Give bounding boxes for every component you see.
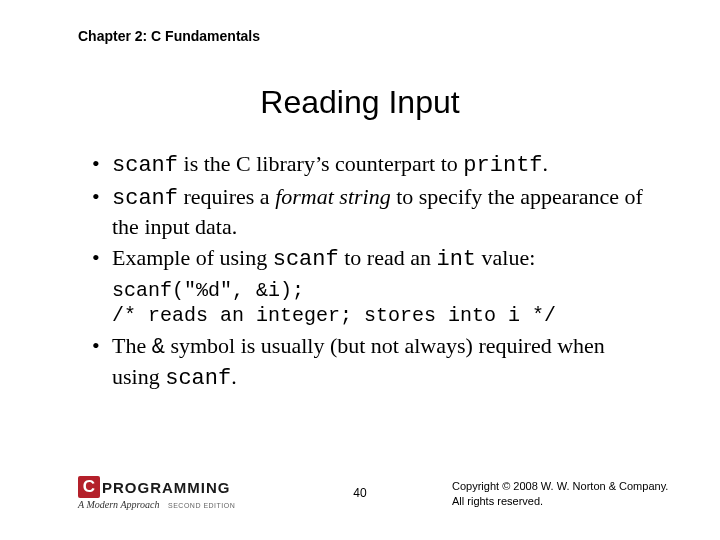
logo-word: PROGRAMMING	[102, 479, 231, 496]
slide-title: Reading Input	[0, 84, 720, 121]
logo-edition: SECOND EDITION	[168, 502, 235, 509]
bullet-icon: •	[92, 244, 112, 275]
logo-c-icon: C	[78, 476, 100, 498]
bullet-4: • The & symbol is usually (but not alway…	[92, 332, 652, 393]
copyright-line-2: All rights reserved.	[452, 494, 672, 508]
code-scanf: scanf	[112, 186, 178, 211]
bullet-icon: •	[92, 150, 112, 181]
slide: Chapter 2: C Fundamentals Reading Input …	[0, 0, 720, 540]
code-scanf: scanf	[165, 366, 231, 391]
code-ampersand: &	[152, 335, 165, 360]
emphasis-format-string: format string	[275, 184, 391, 209]
footer: C PROGRAMMING A Modern Approach SECOND E…	[78, 470, 642, 510]
slide-body: • scanf is the C library’s counterpart t…	[92, 150, 652, 396]
code-scanf: scanf	[273, 247, 339, 272]
book-logo: C PROGRAMMING A Modern Approach SECOND E…	[78, 476, 258, 510]
copyright: Copyright © 2008 W. W. Norton & Company.…	[452, 479, 672, 508]
page-number: 40	[353, 486, 366, 500]
copyright-line-1: Copyright © 2008 W. W. Norton & Company.	[452, 479, 672, 493]
bullet-icon: •	[92, 183, 112, 242]
logo-subtitle: A Modern Approach	[78, 499, 159, 510]
bullet-1: • scanf is the C library’s counterpart t…	[92, 150, 652, 181]
bullet-2: • scanf requires a format string to spec…	[92, 183, 652, 242]
bullet-icon: •	[92, 332, 112, 393]
bullet-3: • Example of using scanf to read an int …	[92, 244, 652, 275]
code-example: scanf("%d", &i); /* reads an integer; st…	[112, 278, 652, 328]
chapter-heading: Chapter 2: C Fundamentals	[78, 28, 260, 44]
code-printf: printf	[463, 153, 542, 178]
code-int: int	[436, 247, 476, 272]
code-scanf: scanf	[112, 153, 178, 178]
